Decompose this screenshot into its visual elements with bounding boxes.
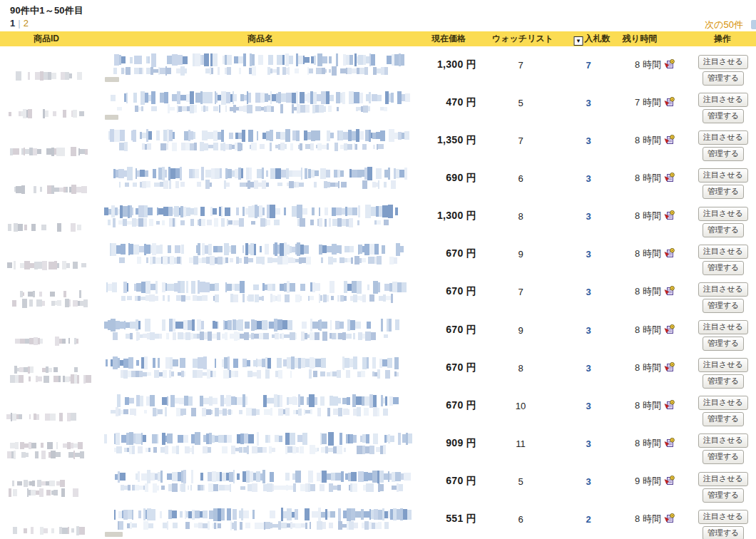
feature-button[interactable]: 注目させる (698, 55, 748, 69)
bid-count-link[interactable]: 3 (586, 287, 591, 297)
bid-count-link[interactable]: 2 (586, 514, 591, 525)
auction-row: 551 円 6 2 8 時間 注目させる 管理する (0, 500, 756, 538)
item-id-redacted[interactable] (6, 424, 90, 462)
item-name-redacted[interactable] (103, 311, 414, 349)
auction-row: 909 円 11 3 8 時間 注目させる 管理する (0, 424, 756, 462)
item-id-redacted[interactable] (6, 235, 90, 273)
feature-button[interactable]: 注目させる (698, 358, 748, 372)
column-header-actions: 操作 (714, 31, 731, 46)
bid-count: 3 (560, 247, 617, 260)
watchlist-count: 8 (492, 362, 549, 373)
clock-reminder-icon (664, 362, 675, 372)
feature-button[interactable]: 注目させる (698, 207, 748, 221)
item-name-redacted[interactable] (103, 386, 414, 424)
bid-count-link[interactable]: 3 (586, 173, 591, 184)
bid-count-link[interactable]: 3 (586, 363, 591, 374)
item-id-redacted[interactable] (6, 349, 90, 386)
auction-row: 1,350 円 7 3 8 時間 注目させる 管理する (0, 121, 756, 159)
watchlist-count: 5 (492, 97, 549, 108)
bid-count-link[interactable]: 3 (586, 249, 591, 260)
item-name-redacted[interactable] (103, 121, 414, 159)
bid-count-link[interactable]: 3 (586, 476, 591, 487)
watchlist-count: 5 (492, 476, 549, 487)
next-results-link[interactable]: 次の50件 (705, 19, 743, 31)
pagination-page-2-link[interactable]: 2 (24, 18, 29, 29)
item-id-redacted[interactable] (6, 386, 90, 424)
feature-button[interactable]: 注目させる (698, 433, 748, 448)
auction-row: 1,300 円 8 3 8 時間 注目させる 管理する (0, 197, 756, 235)
time-remaining: 8 時間 (615, 58, 695, 71)
column-header-bids[interactable]: ▼入札数 (574, 31, 611, 46)
manage-button[interactable]: 管理する (703, 526, 745, 539)
clock-reminder-icon (664, 173, 675, 183)
item-name-redacted[interactable] (103, 500, 414, 538)
current-price: 670 円 (389, 399, 476, 412)
bid-count-link[interactable]: 3 (586, 401, 591, 411)
item-name-redacted[interactable] (103, 46, 414, 83)
item-name-redacted[interactable] (103, 273, 414, 311)
watchlist-count: 6 (492, 173, 549, 183)
item-name-redacted[interactable] (103, 83, 414, 121)
item-name-redacted[interactable] (103, 197, 414, 235)
bid-count: 3 (560, 172, 617, 185)
feature-button[interactable]: 注目させる (698, 472, 748, 486)
feature-button[interactable]: 注目させる (698, 282, 748, 297)
item-id-redacted[interactable] (6, 273, 90, 311)
watchlist-count: 6 (492, 514, 549, 525)
column-header-price: 現在価格 (431, 31, 466, 46)
bid-count: 3 (560, 134, 617, 147)
sort-desc-icon[interactable]: ▼ (574, 36, 583, 46)
clock-reminder-icon (664, 97, 675, 107)
table-header: 商品ID 商品名 現在価格 ウォッチリスト ▼入札数 残り時間 操作 (0, 31, 756, 46)
feature-button[interactable]: 注目させる (698, 396, 748, 410)
auction-row: 670 円 7 3 8 時間 注目させる 管理する (0, 273, 756, 311)
column-header-item-name: 商品名 (247, 31, 273, 46)
row-actions: 注目させる 管理する (698, 83, 749, 121)
row-actions: 注目させる 管理する (698, 273, 749, 311)
item-id-redacted[interactable] (6, 83, 90, 121)
feature-button[interactable]: 注目させる (698, 245, 748, 259)
item-name-redacted[interactable] (103, 424, 414, 462)
item-id-redacted[interactable] (6, 500, 90, 538)
bid-count-link[interactable]: 7 (586, 60, 591, 71)
bid-count: 3 (560, 96, 617, 109)
bid-count: 3 (560, 437, 617, 450)
item-name-redacted[interactable] (103, 463, 414, 500)
auction-row: 670 円 9 3 8 時間 注目させる 管理する (0, 235, 756, 273)
item-id-redacted[interactable] (6, 159, 90, 197)
bid-count: 3 (560, 399, 617, 412)
auction-row: 670 円 9 3 8 時間 注目させる 管理する (0, 311, 756, 349)
auction-row: 670 円 10 3 8 時間 注目させる 管理する (0, 386, 756, 424)
current-price: 670 円 (389, 247, 476, 260)
item-name-redacted[interactable] (103, 159, 414, 197)
time-remaining: 8 時間 (615, 513, 695, 525)
feature-button[interactable]: 注目させる (698, 510, 748, 524)
bid-count-link[interactable]: 3 (586, 135, 591, 146)
bid-count: 2 (560, 513, 617, 525)
time-remaining: 8 時間 (615, 437, 695, 450)
item-name-redacted[interactable] (103, 349, 414, 386)
next-page-icon[interactable] (751, 20, 756, 29)
current-price: 670 円 (389, 475, 476, 488)
feature-button[interactable]: 注目させる (698, 93, 748, 107)
feature-button[interactable]: 注目させる (698, 320, 748, 334)
column-header-bids-label: 入札数 (585, 34, 611, 43)
item-id-redacted[interactable] (6, 311, 90, 349)
item-name-redacted[interactable] (103, 235, 414, 273)
item-id-redacted[interactable] (6, 463, 90, 500)
feature-button[interactable]: 注目させる (698, 130, 748, 145)
bid-count-link[interactable]: 3 (586, 211, 591, 222)
feature-button[interactable]: 注目させる (698, 168, 748, 183)
pagination: 1|2 (10, 18, 29, 29)
watchlist-count: 7 (492, 135, 549, 145)
column-header-item-id: 商品ID (34, 31, 59, 46)
item-id-redacted[interactable] (6, 46, 90, 83)
bid-count-link[interactable]: 3 (586, 438, 591, 449)
watchlist-count: 9 (492, 324, 549, 335)
time-remaining: 8 時間 (615, 324, 695, 337)
pagination-separator: | (15, 18, 23, 29)
bid-count-link[interactable]: 3 (586, 98, 591, 108)
item-id-redacted[interactable] (6, 197, 90, 235)
bid-count-link[interactable]: 3 (586, 325, 591, 336)
item-id-redacted[interactable] (6, 121, 90, 159)
